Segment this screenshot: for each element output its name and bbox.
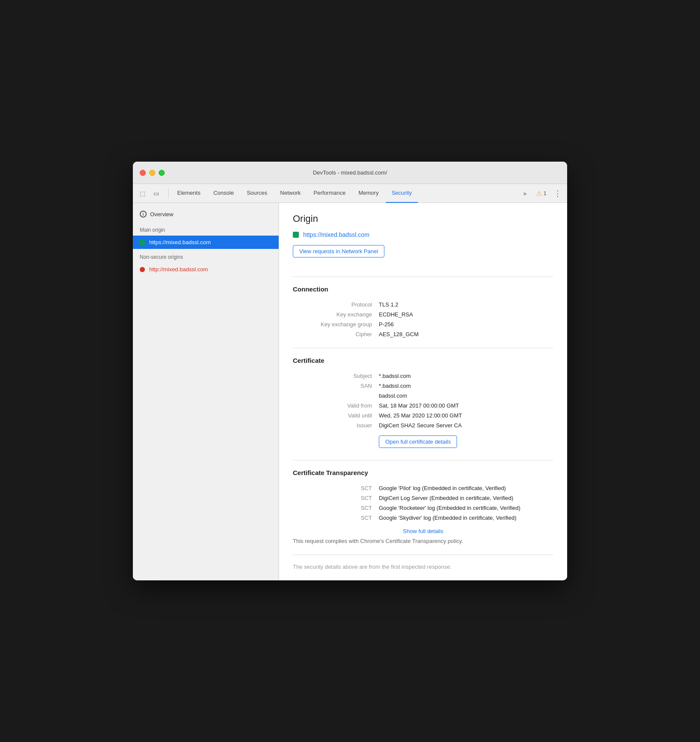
main-content: Origin https://mixed.badssl.com View req… [279,203,567,580]
more-options-icon: ⋮ [554,189,562,198]
toolbar-divider [168,188,169,199]
non-secure-origins-label: Non-secure origins [133,249,279,263]
table-row: Protocol TLS 1.2 [293,300,553,310]
table-row: Valid from Sat, 18 Mar 2017 00:00:00 GMT [293,401,553,411]
sct-value-2: DigiCert Log Server (Embedded in certifi… [379,493,553,503]
table-row: Cipher AES_128_GCM [293,329,553,339]
insecure-origin-indicator [140,267,145,272]
titlebar: DevTools - mixed.badssl.com/ [133,162,567,184]
tab-console[interactable]: Console [207,184,240,203]
certificate-title: Certificate [293,357,553,364]
show-full-details-link[interactable]: Show full details [293,528,553,534]
cipher-label: Cipher [293,329,379,339]
table-row: Subject *.badssl.com [293,371,553,381]
secure-origin-indicator [140,240,145,245]
origin-url-link[interactable]: https://mixed.badssl.com [303,231,369,238]
certificate-table: Subject *.badssl.com SAN *.badssl.com ba… [293,371,553,451]
device-icon: ▭ [154,190,159,197]
transparency-divider [293,460,553,460]
tab-sources[interactable]: Sources [241,184,273,203]
protocol-value: TLS 1.2 [379,300,553,310]
tab-network[interactable]: Network [274,184,307,203]
transparency-policy-note: This request complies with Chrome's Cert… [293,538,553,544]
table-row: SAN *.badssl.com [293,381,553,391]
window-title: DevTools - mixed.badssl.com/ [313,169,387,176]
issuer-label: Issuer [293,420,379,430]
devtools-window: DevTools - mixed.badssl.com/ ⬚ ▭ Element… [133,162,567,580]
table-row: Key exchange group P-256 [293,319,553,329]
valid-from-value: Sat, 18 Mar 2017 00:00:00 GMT [379,401,553,411]
san-label: SAN [293,381,379,391]
traffic-lights [140,170,165,176]
sidebar-item-main-origin[interactable]: https://mixed.badssl.com [133,236,279,249]
valid-until-label: Valid until [293,411,379,420]
warning-badge[interactable]: ⚠ 1 [533,188,550,199]
sct-value-4: Google 'Skydiver' log (Embedded in certi… [379,513,553,523]
san-value1: *.badssl.com [379,381,553,391]
origin-url-row: https://mixed.badssl.com [293,231,553,238]
view-requests-button[interactable]: View requests in Network Panel [293,245,384,258]
secure-box-icon [293,232,299,238]
tab-performance[interactable]: Performance [307,184,351,203]
sct-value-1: Google 'Pilot' log (Embedded in certific… [379,483,553,493]
certificate-divider [293,348,553,348]
sct-label-1: SCT [293,483,379,493]
non-secure-origin-url: http://mixed.badssl.com [149,266,208,273]
table-row: Valid until Wed, 25 Mar 2020 12:00:00 GM… [293,411,553,420]
sct-value-3: Google 'Rocketeer' log (Embedded in cert… [379,503,553,513]
table-row: SCT Google 'Pilot' log (Embedded in cert… [293,483,553,493]
table-row: SCT Google 'Skydiver' log (Embedded in c… [293,513,553,523]
maximize-button[interactable] [159,170,165,176]
cursor-tool-button[interactable]: ⬚ [136,187,148,199]
subject-label: Subject [293,371,379,381]
key-exchange-group-label: Key exchange group [293,319,379,329]
key-exchange-value: ECDHE_RSA [379,310,553,319]
warning-count: 1 [543,190,546,196]
cipher-value: AES_128_GCM [379,329,553,339]
table-row: SCT DigiCert Log Server (Embedded in cer… [293,493,553,503]
cursor-icon: ⬚ [140,190,145,197]
main-origin-label: Main origin [133,222,279,236]
transparency-title: Certificate Transparency [293,469,553,476]
tab-memory[interactable]: Memory [353,184,385,203]
toolbar: ⬚ ▭ Elements Console Sources Network Per… [133,184,567,203]
content-area: i Overview Main origin https://mixed.bad… [133,203,567,580]
protocol-label: Protocol [293,300,379,310]
table-row: Issuer DigiCert SHA2 Secure Server CA [293,420,553,430]
toolbar-icons: ⬚ ▭ [136,187,162,199]
san-label-empty [293,391,379,401]
sidebar-item-non-secure-origin[interactable]: http://mixed.badssl.com [133,263,279,276]
more-tabs-button[interactable]: » [519,187,531,199]
tab-security[interactable]: Security [386,184,418,203]
overview-label: Overview [150,211,173,218]
origin-header: Origin [293,213,553,224]
connection-divider [293,276,553,277]
device-tool-button[interactable]: ▭ [150,187,162,199]
issuer-value: DigiCert SHA2 Secure Server CA [379,420,553,430]
close-button[interactable] [140,170,146,176]
sct-label-2: SCT [293,493,379,503]
more-tabs-icon: » [523,190,527,197]
tab-elements[interactable]: Elements [171,184,206,203]
sidebar: i Overview Main origin https://mixed.bad… [133,203,279,580]
warning-icon: ⚠ [536,190,542,197]
connection-table: Protocol TLS 1.2 Key exchange ECDHE_RSA … [293,300,553,339]
key-exchange-label: Key exchange [293,310,379,319]
info-icon: i [140,211,147,218]
more-options-button[interactable]: ⋮ [552,187,564,199]
san-value2: badssl.com [379,391,553,401]
connection-title: Connection [293,285,553,293]
table-row: badssl.com [293,391,553,401]
sct-table: SCT Google 'Pilot' log (Embedded in cert… [293,483,553,523]
key-exchange-group-value: P-256 [379,319,553,329]
main-origin-url: https://mixed.badssl.com [149,239,211,245]
table-row: SCT Google 'Rocketeer' log (Embedded in … [293,503,553,513]
minimize-button[interactable] [149,170,155,176]
open-certificate-button[interactable]: Open full certificate details [379,435,457,448]
toolbar-right: » ⚠ 1 ⋮ [519,187,564,199]
sidebar-item-overview[interactable]: i Overview [133,206,279,222]
subject-value: *.badssl.com [379,371,553,381]
table-row: Key exchange ECDHE_RSA [293,310,553,319]
footer-note: The security details above are from the … [293,555,553,570]
valid-until-value: Wed, 25 Mar 2020 12:00:00 GMT [379,411,553,420]
